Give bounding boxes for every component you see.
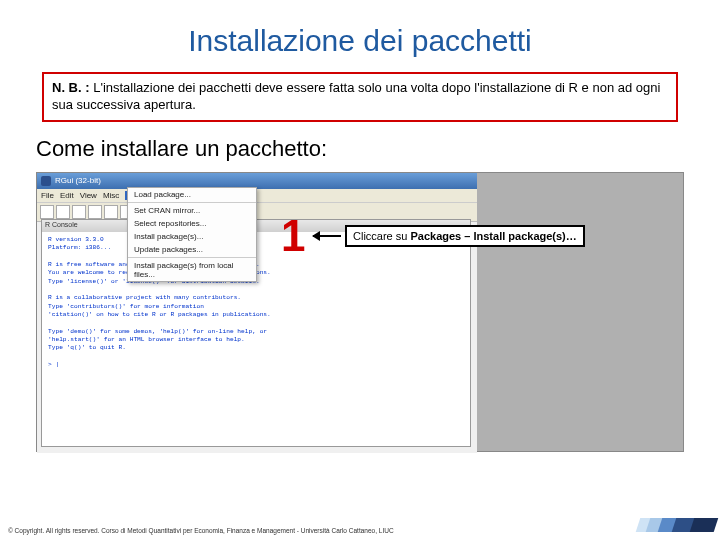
nb-text: L'installazione dei pacchetti deve esser… [52,80,660,112]
step-callout: Cliccare su Packages – Install package(s… [345,225,585,247]
menu-edit[interactable]: Edit [60,191,74,200]
toolbar-button[interactable] [104,205,118,219]
toolbar-button[interactable] [72,205,86,219]
nb-box: N. B. : L'installazione dei pacchetti de… [42,72,678,122]
dropdown-install-packages[interactable]: Install package(s)... [128,230,256,243]
nb-label: N. B. : [52,80,90,95]
toolbar-button[interactable] [88,205,102,219]
footer-copyright: © Copyright. All rights reserved. Corso … [8,527,394,534]
dropdown-install-local[interactable]: Install package(s) from local files... [128,259,256,281]
r-logo-icon [41,176,51,186]
step-number-1: 1 [281,211,305,261]
dropdown-separator [128,257,256,258]
toolbar-button[interactable] [40,205,54,219]
r-menubar: File Edit View Misc Packages Windows Hel… [37,189,477,203]
menu-file[interactable]: File [41,191,54,200]
callout-prefix: Cliccare su [353,230,410,242]
r-titlebar: RGui (32-bit) [37,173,477,189]
r-window-title: RGui (32-bit) [55,176,101,185]
arrow-left-icon [313,235,341,237]
dropdown-select-repos[interactable]: Select repositories... [128,217,256,230]
subtitle: Come installare un pacchetto: [0,130,720,168]
callout-bold: Packages – Install package(s)… [410,230,576,242]
footer-decoration [640,518,720,532]
deco-stripe [690,518,719,532]
dropdown-separator [128,202,256,203]
toolbar-button[interactable] [56,205,70,219]
dropdown-update-packages[interactable]: Update packages... [128,243,256,256]
dropdown-load-package[interactable]: Load package... [128,188,256,201]
screenshot-area: RGui (32-bit) File Edit View Misc Packag… [36,172,684,452]
menu-view[interactable]: View [80,191,97,200]
slide-title: Installazione dei pacchetti [0,0,720,72]
dropdown-set-cran[interactable]: Set CRAN mirror... [128,204,256,217]
menu-misc[interactable]: Misc [103,191,119,200]
packages-dropdown: Load package... Set CRAN mirror... Selec… [127,187,257,282]
r-window: RGui (32-bit) File Edit View Misc Packag… [37,173,477,453]
